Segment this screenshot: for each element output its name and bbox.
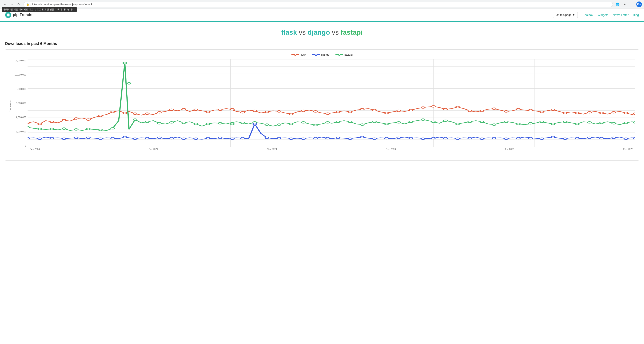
nav-links: Toolbox Widgets News Letter Blog (583, 13, 639, 17)
svg-point-57 (492, 108, 496, 109)
svg-point-130 (111, 137, 114, 139)
legend-fastapi-label: fastapi (344, 53, 352, 56)
bookmark-button[interactable]: ★ (622, 1, 628, 7)
svg-point-102 (397, 121, 401, 123)
forward-button[interactable]: → (9, 1, 15, 7)
y-tick-2m: 2,000,000 (16, 130, 26, 133)
nav-toolbox[interactable]: Toolbox (583, 13, 593, 17)
x-tick-feb: Feb 2025 (623, 148, 633, 150)
svg-point-124 (38, 138, 42, 139)
svg-point-46 (360, 108, 364, 110)
svg-point-104 (421, 119, 425, 120)
chart-container: flask django fastapi Downloads (5, 49, 639, 161)
address-bar[interactable]: 🔒 piptrends.com/compare/flask-vs-django-… (24, 2, 613, 7)
svg-point-31 (182, 108, 186, 110)
svg-point-21 (62, 119, 66, 121)
svg-point-147 (314, 137, 318, 139)
nav-widgets[interactable]: Widgets (598, 13, 608, 17)
svg-point-134 (158, 137, 161, 139)
logo-text: pip Trends (13, 13, 32, 17)
y-tick-6m: 6,000,000 (16, 102, 26, 104)
logo-icon-inner (6, 14, 10, 17)
django-dots (28, 123, 635, 139)
svg-point-45 (348, 111, 352, 113)
chart-title: Downloads in past 6 Months (5, 42, 639, 46)
svg-point-137 (194, 138, 198, 139)
svg-point-113 (528, 122, 532, 124)
svg-point-78 (123, 62, 127, 64)
x-tick-nov: Nov 2024 (267, 148, 277, 150)
svg-point-153 (384, 137, 388, 139)
svg-point-47 (373, 109, 376, 111)
svg-point-74 (74, 129, 78, 130)
svg-point-22 (74, 118, 78, 119)
svg-point-20 (50, 121, 54, 123)
svg-point-35 (230, 108, 234, 110)
svg-point-114 (540, 121, 544, 123)
django-line (28, 124, 635, 139)
svg-point-65 (588, 111, 592, 113)
svg-point-73 (62, 128, 66, 129)
svg-point-87 (218, 122, 222, 124)
chart-section: Downloads in past 6 Months flask django (5, 42, 639, 165)
svg-point-79 (127, 83, 131, 84)
svg-point-67 (612, 111, 616, 113)
svg-point-152 (373, 138, 376, 139)
svg-point-49 (397, 110, 401, 112)
avatar[interactable]: Km (636, 2, 642, 7)
svg-point-52 (432, 105, 435, 107)
svg-point-138 (206, 137, 210, 139)
svg-point-64 (576, 112, 579, 114)
svg-point-62 (551, 109, 555, 111)
svg-point-56 (480, 110, 484, 112)
svg-point-60 (528, 109, 532, 111)
legend-flask: flask (292, 53, 306, 56)
app-header: pip Trends On this page ▼ Toolbox Widget… (0, 9, 644, 22)
svg-point-100 (373, 121, 376, 123)
on-this-page-button[interactable]: On this page ▼ (553, 12, 578, 18)
svg-point-157 (432, 137, 435, 139)
y-tick-12m: 12,000,000 (14, 59, 26, 62)
svg-point-139 (218, 137, 222, 139)
svg-point-23 (86, 119, 90, 120)
svg-point-34 (218, 109, 222, 111)
svg-point-83 (170, 121, 174, 123)
svg-point-173 (624, 138, 628, 139)
legend-django: django (312, 53, 330, 56)
svg-point-125 (50, 137, 54, 139)
svg-point-94 (302, 121, 305, 123)
title-fastapi: fastapi (340, 29, 362, 36)
svg-point-92 (277, 124, 281, 125)
svg-point-120 (612, 122, 616, 124)
svg-point-161 (480, 138, 484, 139)
svg-point-98 (348, 121, 352, 123)
y-tick-10m: 10,000,000 (14, 73, 26, 76)
svg-point-111 (504, 121, 508, 123)
svg-point-24 (99, 115, 102, 117)
svg-point-68 (624, 112, 628, 114)
back-button[interactable]: ← (2, 1, 8, 7)
nav-blog[interactable]: Blog (633, 13, 639, 17)
svg-point-89 (241, 122, 245, 124)
legend-flask-label: flask (300, 53, 306, 56)
svg-point-58 (504, 111, 508, 112)
svg-point-143 (265, 137, 269, 139)
menu-button[interactable]: ⋮ (629, 1, 635, 7)
app-logo: pip Trends (5, 12, 32, 18)
browser-tooltip: 클릭하면 이전 페이지로 가고 누르고 있으면 방문 기록이 나타납니다. (2, 7, 77, 12)
chart-svg-wrapper (28, 59, 635, 147)
svg-point-126 (62, 138, 66, 139)
svg-point-33 (206, 111, 210, 113)
svg-point-136 (182, 138, 186, 139)
svg-point-38 (265, 111, 269, 113)
browser-chrome: ← → ⟳ 🔒 piptrends.com/compare/flask-vs-d… (0, 0, 644, 9)
svg-point-85 (194, 123, 198, 125)
refresh-button[interactable]: ⟳ (16, 1, 22, 7)
svg-point-110 (492, 124, 496, 125)
svg-point-54 (456, 106, 460, 108)
svg-point-115 (551, 123, 555, 125)
svg-point-133 (145, 137, 149, 139)
translate-button[interactable]: 🌐 (614, 1, 620, 7)
nav-newsletter[interactable]: News Letter (612, 13, 628, 17)
legend-django-label: django (321, 53, 330, 56)
